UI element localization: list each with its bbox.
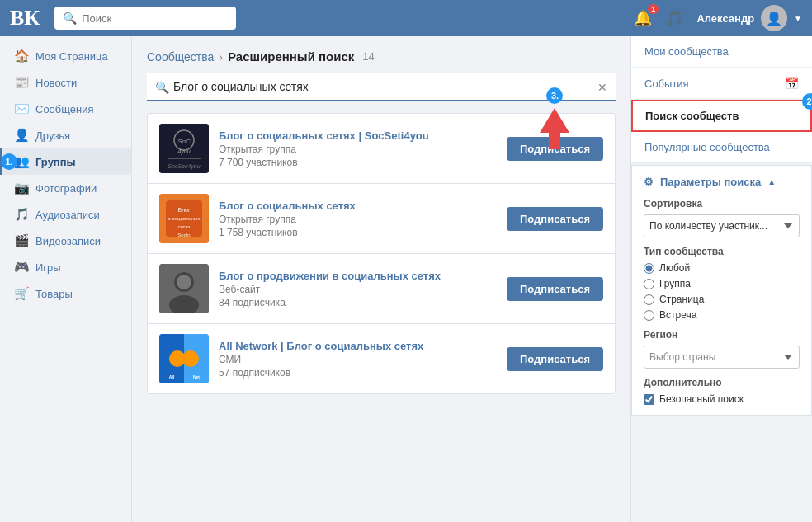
sidebar-item-friends[interactable]: 👤 Друзья xyxy=(0,122,131,148)
annotation-1: 1. xyxy=(1,153,17,170)
user-avatar: 👤 xyxy=(761,5,787,31)
search-input-icon: 🔍 xyxy=(155,81,169,94)
svg-text:SoC: SoC xyxy=(177,138,191,145)
sidebar-item-video[interactable]: 🎬 Видеозаписи xyxy=(0,228,131,254)
sidebar: 🏠 Моя Страница 📰 Новости ✉️ Сообщения 👤 … xyxy=(0,36,132,522)
subscribe-button-2[interactable]: Подписаться xyxy=(507,207,603,231)
safe-search-checkbox[interactable] xyxy=(644,394,654,405)
params-icon: ⚙ xyxy=(644,176,654,188)
table-row: SoC 4you SocSeti4you Блог о социальных с… xyxy=(147,113,616,183)
radio-any[interactable]: Любой xyxy=(644,262,800,274)
right-menu-popular-communities[interactable]: Популярные сообщества xyxy=(631,132,812,163)
breadcrumb-current: Расширенный поиск xyxy=(228,49,354,63)
result-type-1: Открытая группа xyxy=(219,143,497,155)
subscribe-button-3[interactable]: Подписаться xyxy=(507,277,603,301)
result-name-3[interactable]: Блог о продвижении в социальных сетях xyxy=(219,270,497,282)
result-info-4: All Network | Блог о социальных сетях СМ… xyxy=(219,340,497,379)
region-select-wrapper: Выбор страны xyxy=(644,346,800,369)
sidebar-label-games: Игры xyxy=(35,261,61,274)
sidebar-label-audio: Аудиозаписи xyxy=(35,209,100,221)
sidebar-label-my-page: Моя Страница xyxy=(35,50,108,63)
table-row: All Net All Network | Блог о социальных … xyxy=(147,323,616,394)
result-name-1[interactable]: Блог о социальных сетях | SocSeti4you xyxy=(219,129,497,142)
user-dropdown-arrow: ▼ xyxy=(794,14,802,23)
sort-select[interactable]: По количеству участник... По дате создан… xyxy=(644,214,800,237)
notification-badge: 1 xyxy=(648,4,659,14)
svg-text:4you: 4you xyxy=(177,148,190,155)
breadcrumb: Сообщества › Расширенный поиск 14 xyxy=(147,49,616,63)
content-area: Сообщества › Расширенный поиск 14 🔍 ✕ So… xyxy=(132,36,630,522)
top-search-bar[interactable]: 🔍 xyxy=(54,7,236,30)
radio-group-label: Группа xyxy=(659,278,691,289)
params-title: Параметры поиска xyxy=(660,176,761,188)
right-menu-search-communities[interactable]: Поиск сообществ 2. xyxy=(631,100,812,132)
right-panel: Мои сообщества События 📅 Поиск сообществ… xyxy=(630,36,812,522)
subscribe-button-4[interactable]: Подписаться xyxy=(507,347,603,371)
result-members-2: 1 758 участников xyxy=(219,227,497,238)
sidebar-item-market[interactable]: 🛒 Товары xyxy=(0,280,131,307)
group-avatar-3 xyxy=(159,264,209,313)
radio-event[interactable]: Встреча xyxy=(644,309,800,321)
svg-text:SocIn: SocIn xyxy=(177,233,190,237)
sidebar-item-photos[interactable]: 📷 Фотографии xyxy=(0,175,131,201)
result-info-1: Блог о социальных сетях | SocSeti4you От… xyxy=(219,129,497,168)
sort-label: Сортировка xyxy=(644,198,800,209)
breadcrumb-parent[interactable]: Сообщества xyxy=(147,50,214,63)
radio-event-label: Встреча xyxy=(659,309,696,321)
sidebar-label-photos: Фотографии xyxy=(35,182,97,195)
safe-search-checkbox-item[interactable]: Безопасный поиск xyxy=(644,393,800,405)
annotation-3: 3. xyxy=(546,87,563,104)
home-icon: 🏠 xyxy=(14,49,29,63)
sidebar-item-games[interactable]: 🎮 Игры xyxy=(0,254,131,280)
result-type-4: СМИ xyxy=(219,354,497,365)
right-menu-my-communities[interactable]: Мои сообщества xyxy=(631,36,812,68)
sidebar-label-messages: Сообщения xyxy=(35,103,94,115)
sidebar-item-audio[interactable]: 🎵 Аудиозаписи xyxy=(0,201,131,228)
games-icon: 🎮 xyxy=(14,260,29,275)
news-icon: 📰 xyxy=(14,75,29,90)
messages-icon: ✉️ xyxy=(14,101,29,116)
radio-page[interactable]: Страница xyxy=(644,294,800,305)
sidebar-label-friends: Друзья xyxy=(35,129,70,142)
sidebar-label-news: Новости xyxy=(35,77,77,89)
annotation-2: 2. xyxy=(802,93,812,110)
sidebar-item-groups[interactable]: 1. 👥 Группы xyxy=(0,148,131,175)
community-search-input[interactable] xyxy=(147,73,616,101)
sidebar-label-groups: Группы xyxy=(35,156,76,168)
svg-text:SocSeti4you: SocSeti4you xyxy=(168,163,200,170)
result-info-3: Блог о продвижении в социальных сетях Ве… xyxy=(219,270,497,308)
vk-logo[interactable]: ВК xyxy=(10,6,40,31)
radio-group[interactable]: Группа xyxy=(644,278,800,289)
friends-icon: 👤 xyxy=(14,128,29,143)
params-header[interactable]: ⚙ Параметры поиска ▲ xyxy=(644,176,800,188)
sidebar-item-my-page[interactable]: 🏠 Моя Страница xyxy=(0,43,131,69)
search-container: 🔍 ✕ xyxy=(147,73,616,101)
top-search-input[interactable] xyxy=(82,12,222,25)
result-name-2[interactable]: Блог о социальных сетях xyxy=(219,200,497,212)
region-select[interactable]: Выбор страны xyxy=(644,346,800,369)
chevron-up-icon: ▲ xyxy=(767,177,776,186)
safe-search-label: Безопасный поиск xyxy=(659,393,744,405)
topbar-icons: 🔔 1 🎵 Александр 👤 ▼ xyxy=(634,5,802,31)
group-avatar-4: All Net xyxy=(159,334,209,383)
svg-point-19 xyxy=(182,350,199,367)
sidebar-item-news[interactable]: 📰 Новости xyxy=(0,69,131,96)
music-icon[interactable]: 🎵 xyxy=(665,9,683,27)
result-name-4[interactable]: All Network | Блог о социальных сетях xyxy=(219,340,497,352)
breadcrumb-separator: › xyxy=(219,50,223,63)
sort-select-wrapper: По количеству участник... По дате создан… xyxy=(644,214,800,237)
market-icon: 🛒 xyxy=(14,286,29,301)
sidebar-item-messages[interactable]: ✉️ Сообщения xyxy=(0,96,131,122)
arrow-shaft xyxy=(549,133,560,149)
notification-bell[interactable]: 🔔 1 xyxy=(634,9,652,27)
search-params-panel: ⚙ Параметры поиска ▲ Сортировка По колич… xyxy=(631,165,812,416)
search-clear-button[interactable]: ✕ xyxy=(597,81,607,94)
radio-any-label: Любой xyxy=(659,262,690,274)
audio-icon: 🎵 xyxy=(14,207,29,222)
user-menu[interactable]: Александр 👤 ▼ xyxy=(696,5,802,31)
svg-text:сетях: сетях xyxy=(177,224,190,229)
group-avatar-2: Блог о социальных сетях SocIn xyxy=(159,194,209,243)
additional-label: Дополнительно xyxy=(644,377,800,388)
right-menu-events[interactable]: События 📅 xyxy=(631,68,812,100)
top-search-icon: 🔍 xyxy=(63,12,77,25)
